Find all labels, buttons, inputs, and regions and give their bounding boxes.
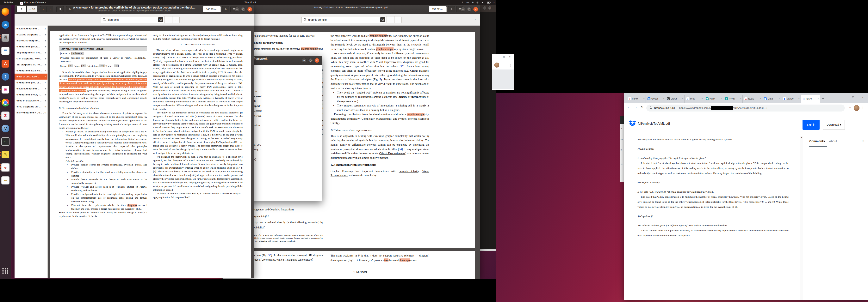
minimize-button[interactable]: – <box>235 7 239 11</box>
search-result-item[interactable]: many diagrams? Co...10 <box>14 109 48 115</box>
dock-item-notepad[interactable]: ✏ <box>1 176 9 184</box>
background-browser-fragment[interactable]: – □ × ⋮ <box>492 54 514 90</box>
pdf-preview-area[interactable]: No analysis of the choice for each visua… <box>624 136 803 300</box>
bookmark-star-icon[interactable]: ☆ <box>849 105 851 109</box>
browser-tab-librar[interactable]: ⓁLibrar× <box>665 95 684 103</box>
find-previous-button[interactable]: ⌃ <box>387 16 395 23</box>
tab-close-icon[interactable]: × <box>740 95 742 103</box>
search-result-item[interactable]: SD diagrams are not...3 <box>14 62 48 68</box>
new-tab-button[interactable]: + <box>822 96 824 101</box>
search-result-item[interactable]: shot diagrams. How...3 <box>14 56 48 62</box>
close-button[interactable]: ✕ <box>315 58 319 63</box>
close-find-icon[interactable]: × <box>475 18 476 21</box>
evince1-headerbar[interactable]: 9 of 10 ‹ › 🗎 A Framework for Improving … <box>14 5 254 14</box>
dock-item-ubuntu-software[interactable]: A <box>1 60 9 68</box>
comments-tab[interactable]: Comments <box>809 139 825 143</box>
browser-tab-vande[interactable]: ◆vande× <box>782 95 801 103</box>
evince2-annotate-button[interactable]: 🗎 <box>448 6 455 12</box>
window-controls[interactable]: – □ × <box>497 56 513 58</box>
browser-tab-data-[interactable]: ▦Data -× <box>762 95 781 103</box>
tab-close-icon[interactable]: × <box>799 95 800 103</box>
sign-in-button[interactable]: Sign in <box>803 120 819 130</box>
evince2-zoom-select[interactable]: 157.82% ˅ <box>429 6 446 12</box>
search-result-item[interactable]: of diagrams (strate...3 <box>14 43 48 49</box>
find-next-button[interactable]: ⌄ <box>172 16 180 23</box>
find-previous-button[interactable]: ⌃ <box>165 16 173 23</box>
dock-item-terminal[interactable]: >_ <box>1 137 9 145</box>
tab-close-icon[interactable]: × <box>682 95 683 103</box>
search-result-item[interactable]: of diagrams theory i...8 <box>14 92 48 98</box>
evince2-headerbar[interactable]: Moody2010_istar_Article_VisualSyntaxDoes… <box>222 5 480 14</box>
pdf-scrollbar[interactable]: ▲ <box>800 136 803 300</box>
browser-tab-inbox[interactable]: MInbox× <box>627 95 646 103</box>
tab-close-icon[interactable]: × <box>818 95 819 103</box>
system-tray[interactable]: ✎ 3% ✳ ▾ <box>462 0 494 5</box>
search-result-item[interactable]: breaking diagrams i...3 <box>14 32 48 38</box>
collapse-panel-icon[interactable]: ↦ <box>862 139 865 143</box>
dock-item-v-globe[interactable]: V <box>1 125 9 133</box>
chrome-window[interactable]: MInbox×18Googl×ⓁLibrar×Gi star×✿i*Wik×✿i… <box>624 93 868 300</box>
browser-tab-googl[interactable]: 18Googl× <box>646 95 665 103</box>
app-menu[interactable]: eDocument Viewer ▾ <box>19 0 47 5</box>
window-minimize-button[interactable]: – <box>483 6 487 10</box>
search-result-item[interactable]: SD) diagrams in i* w...3 <box>14 49 48 56</box>
tab-close-icon[interactable]: × <box>779 95 780 103</box>
clock[interactable]: Thu 17:45 <box>245 0 256 5</box>
tab-close-icon[interactable]: × <box>644 95 645 103</box>
search-result-item[interactable]: used in diagrams of...8 <box>14 98 48 104</box>
search-result-item[interactable]: monolithic diagram...3 <box>14 38 48 43</box>
search-result-item[interactable]: level of abstraction...7 <box>14 73 48 79</box>
search-results-sidebar[interactable]: different diagrams ...1breaking diagrams… <box>14 26 48 278</box>
search-result-item[interactable]: of diagrams Dual-co...4 <box>14 68 48 73</box>
minimize-button[interactable]: – <box>302 58 307 63</box>
maximize-button[interactable]: ▢ <box>241 7 246 11</box>
maximize-button[interactable]: ▢ <box>467 7 472 11</box>
clear-search-icon[interactable]: ⌫ <box>158 17 163 22</box>
browser-tab-fullan[interactable]: ◆fullAn× <box>801 95 820 103</box>
evince2-search-input[interactable]: graphic comple ⌫ <box>302 16 387 23</box>
close-button[interactable]: ✕ <box>473 7 478 11</box>
window-maximize-button[interactable]: □ <box>488 6 492 10</box>
tab-close-icon[interactable]: × <box>721 95 722 103</box>
dock-item-file-cabinet[interactable]: 🗄 <box>1 34 9 42</box>
search-result-item[interactable]: three diagrams are ...9 <box>14 104 48 109</box>
forward-icon[interactable]: → <box>634 105 637 109</box>
minimize-button[interactable]: – <box>461 7 465 11</box>
more-options-button[interactable]: ... <box>851 124 855 127</box>
download-button[interactable]: Download ▾ <box>823 120 845 130</box>
dock-item-sticky-notes[interactable]: ✎ <box>1 150 9 159</box>
activities-button[interactable]: Activities <box>2 0 15 5</box>
evince1-search-input[interactable]: diagrams ⌫ <box>101 16 165 23</box>
evince1-document-area[interactable]: application of the framework fragment to… <box>48 26 254 278</box>
tab-close-icon[interactable]: × <box>663 95 664 103</box>
dock-item-slack[interactable]: ✳ <box>1 86 9 94</box>
dock-item-libreoffice[interactable]: ≣ <box>1 47 9 55</box>
search-result-item[interactable]: different diagrams ...8 <box>14 86 48 92</box>
background-terminal-window[interactable]: – □ <box>480 5 496 249</box>
tab-close-icon[interactable]: × <box>760 95 761 103</box>
search-result-item[interactable]: different diagrams ...1 <box>14 26 48 32</box>
browser-tab-evalu[interactable]: ☰Evalu× <box>743 95 762 103</box>
close-button[interactable]: ✕ <box>247 7 252 11</box>
chrome-menu-icon[interactable]: ⋮ <box>861 105 865 109</box>
find-next-button[interactable]: ⌄ <box>394 16 402 23</box>
evince1-annotate-button[interactable]: 🗎 <box>222 6 229 12</box>
maximize-button[interactable]: ▢ <box>308 58 313 63</box>
evince1-zoom-select[interactable]: 145.29% ˅ <box>203 6 221 12</box>
avatar[interactable] <box>494 63 499 68</box>
dock-item-firefox[interactable] <box>1 8 9 16</box>
address-bar[interactable]: Dropbox, Inc [US] | https://www.dropbox.… <box>646 104 845 111</box>
dock-item-zotero[interactable]: Z <box>1 111 9 120</box>
profile-avatar[interactable] <box>854 105 860 111</box>
browser-tab-i-star[interactable]: Gi star× <box>685 95 704 103</box>
browser-tab-i-wiki[interactable]: ✿i*Wiki× <box>723 95 743 103</box>
show-applications-button[interactable] <box>2 267 9 274</box>
search-result-item[interactable]: of diagrams (i.e., bl...7 <box>14 79 48 86</box>
about-tab[interactable]: About <box>829 139 837 143</box>
dock-item-chrome[interactable] <box>1 99 9 107</box>
kebab-menu-icon[interactable]: ⋮ <box>509 63 512 67</box>
back-icon[interactable]: ← <box>627 105 631 109</box>
chrome-window-controls[interactable]: – □ × <box>843 96 866 99</box>
tab-close-icon[interactable]: × <box>702 95 703 103</box>
browser-tab-i-wik[interactable]: ✿i*Wik× <box>704 95 723 103</box>
